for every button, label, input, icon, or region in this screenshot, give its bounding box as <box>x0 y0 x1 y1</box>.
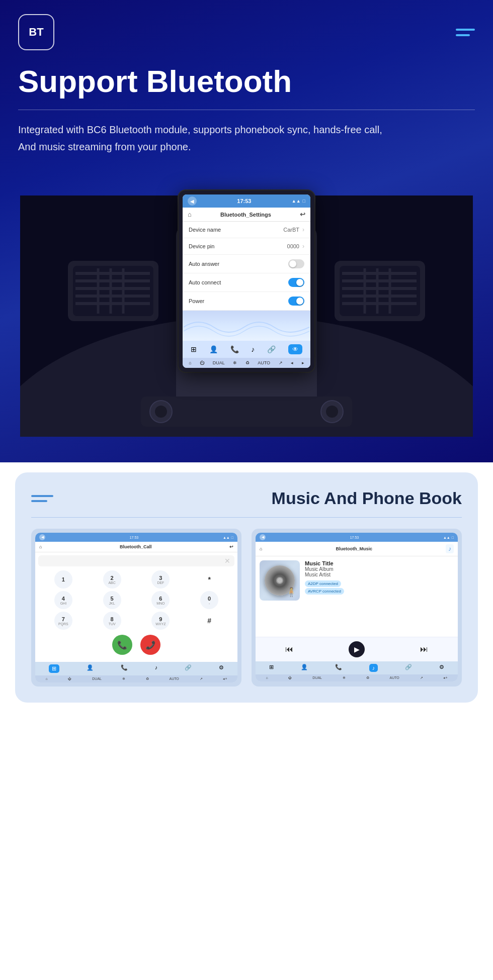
music-time: 17:53 <box>350 536 359 539</box>
settings-item-auto-answer[interactable]: Auto answer <box>183 255 310 273</box>
music-nav-link[interactable]: 🔗 <box>405 664 412 672</box>
settings-list: Device name CarBT › Device pin 0000 › <box>183 222 310 311</box>
screen-titlebar: ⌂ Bluetooth_Settings ↩ <box>183 208 310 222</box>
bottom-divider <box>31 517 462 518</box>
screen-wave-area <box>183 311 310 341</box>
music-tb-recycle[interactable]: ♻ <box>366 676 369 680</box>
prev-button[interactable]: ⏮ <box>285 645 293 654</box>
music-nav-home[interactable]: ⊞ <box>269 664 274 672</box>
call-home-icon[interactable]: ⌂ <box>39 544 42 549</box>
bottom-menu-icon[interactable] <box>31 495 53 502</box>
screen-bottom-nav: ⊞ 👤 📞 ♪ 🔗 👁 <box>183 341 310 358</box>
dial-key-2[interactable]: 2ABC <box>103 570 121 589</box>
toolbar-snowflake[interactable]: ❄ <box>233 360 237 365</box>
settings-item-device-name[interactable]: Device name CarBT › <box>183 222 310 238</box>
a2dp-badge: A2DP connected <box>305 580 341 587</box>
auto-answer-toggle[interactable] <box>288 259 304 268</box>
music-note-icon[interactable]: ♪ <box>446 544 454 553</box>
album-art: 🧍 <box>260 560 300 601</box>
call-tb-vol[interactable]: ◂+ <box>223 677 227 681</box>
call-nav-settings[interactable]: ⚙ <box>219 664 224 673</box>
call-tb-recycle[interactable]: ♻ <box>146 677 149 681</box>
call-tb-power[interactable]: ⏻ <box>68 677 71 681</box>
auto-connect-toggle[interactable] <box>288 278 304 287</box>
next-button[interactable]: ⏭ <box>420 645 428 654</box>
call-return-icon[interactable]: ↩ <box>229 544 233 549</box>
call-nav-contacts[interactable]: 👤 <box>87 664 94 673</box>
music-tb-vol[interactable]: ◂+ <box>443 676 447 680</box>
toolbar-power[interactable]: ⏻ <box>200 360 204 365</box>
music-tb-auto: AUTO <box>389 676 399 680</box>
screen-home-icon[interactable]: ⌂ <box>188 211 192 218</box>
toolbar-vol-up[interactable]: ▸ <box>302 360 304 365</box>
call-nav-home[interactable]: ⊞ <box>49 664 59 673</box>
hero-title: Support Bluetooth <box>0 50 493 99</box>
settings-item-device-pin[interactable]: Device pin 0000 › <box>183 238 310 255</box>
call-back-btn[interactable]: ◀ <box>39 534 45 540</box>
power-toggle[interactable] <box>288 297 304 306</box>
redial-button[interactable]: 📞 <box>140 635 160 655</box>
music-tb-power[interactable]: ⏻ <box>288 676 292 680</box>
call-tb-home[interactable]: ⌂ <box>45 677 47 681</box>
track-album: Music Album <box>305 566 454 572</box>
music-tb-snow[interactable]: ❄ <box>343 676 346 680</box>
dial-action-row: 📞 📞 <box>38 631 234 659</box>
music-controls: ⏮ ▶ ⏭ <box>256 637 458 661</box>
music-nav-phone[interactable]: 📞 <box>335 664 342 672</box>
call-status-icons: ▲▲ □ <box>223 536 233 539</box>
call-nav-music[interactable]: ♪ <box>155 664 158 673</box>
nav-eye-active[interactable]: 👁 <box>288 344 302 354</box>
phone-call-card: ◀ 17:53 ▲▲ □ ⌂ Bluetooth_Call ↩ ✕ <box>31 529 241 687</box>
settings-item-power[interactable]: Power <box>183 292 310 311</box>
music-nav-settings[interactable]: ⚙ <box>439 664 444 672</box>
play-button[interactable]: ▶ <box>349 641 365 657</box>
music-tb-arrow[interactable]: ↗ <box>420 676 423 680</box>
hamburger-menu-icon[interactable] <box>456 29 475 36</box>
call-button[interactable]: 📞 <box>112 635 132 655</box>
toolbar-home[interactable]: ⌂ <box>189 360 191 365</box>
call-tb-snow[interactable]: ❄ <box>122 677 125 681</box>
screen-status-icons: ▲▲ □ <box>292 199 305 204</box>
dial-key-6[interactable]: 6MNO <box>151 591 170 609</box>
music-nav-contacts[interactable]: 👤 <box>301 664 308 672</box>
toolbar-vol-down[interactable]: ◂ <box>291 360 293 365</box>
music-nav-music-active[interactable]: ♪ <box>369 664 378 672</box>
call-nav-phone[interactable]: 📞 <box>121 664 128 673</box>
svg-point-27 <box>326 406 338 418</box>
music-tb-home[interactable]: ⌂ <box>266 676 268 680</box>
dial-key-7[interactable]: 7PQRS <box>54 612 72 630</box>
device-mockup: ◀ 17:53 ▲▲ □ ⌂ Bluetooth_Settings ↩ <box>179 190 314 372</box>
screen-statusbar: ◀ 17:53 ▲▲ □ <box>183 194 310 208</box>
nav-link[interactable]: 🔗 <box>267 345 276 353</box>
screen-back-button[interactable]: ◀ <box>188 197 197 206</box>
dial-key-0[interactable]: 0- <box>200 591 218 609</box>
call-bottom-nav: ⊞ 👤 📞 ♪ 🔗 ⚙ <box>35 662 237 675</box>
music-home-icon[interactable]: ⌂ <box>260 546 262 551</box>
dial-key-5[interactable]: 5JKL <box>103 591 121 609</box>
dial-key-hash[interactable]: # <box>200 612 218 630</box>
music-tb-dual: DUAL <box>312 676 322 680</box>
dial-input[interactable]: ✕ <box>38 555 234 566</box>
nav-home[interactable]: ⊞ <box>191 345 197 353</box>
music-back-btn[interactable]: ◀ <box>260 534 266 540</box>
screen-time: 17:53 <box>237 198 251 204</box>
dial-key-star[interactable]: * <box>200 570 218 589</box>
call-nav-link[interactable]: 🔗 <box>185 664 192 673</box>
screen-return-icon[interactable]: ↩ <box>300 211 305 218</box>
dial-key-4[interactable]: 4GHI <box>54 591 72 609</box>
nav-contacts[interactable]: 👤 <box>209 345 218 353</box>
dial-key-9[interactable]: 9WXYZ <box>151 612 170 630</box>
call-toolbar: ⌂ ⏻ DUAL ❄ ♻ AUTO ↗ ◂+ <box>35 675 237 682</box>
dial-key-8[interactable]: 8TUV <box>103 612 121 630</box>
music-screen: ◀ 17:53 ▲▲ □ ⌂ Bluetooth_Music ♪ <box>256 533 458 681</box>
toolbar-recycle[interactable]: ♻ <box>245 360 250 365</box>
svg-point-25 <box>155 406 167 418</box>
nav-music[interactable]: ♪ <box>251 345 255 353</box>
toolbar-arrow[interactable]: ↗ <box>279 360 283 365</box>
nav-phone[interactable]: 📞 <box>230 345 239 353</box>
dial-key-3[interactable]: 3DEF <box>151 570 170 589</box>
call-tb-arrow[interactable]: ↗ <box>200 677 203 681</box>
settings-item-auto-connect[interactable]: Auto connect <box>183 273 310 292</box>
call-time: 17:53 <box>130 536 139 539</box>
dial-key-1[interactable]: 1 <box>54 570 72 589</box>
